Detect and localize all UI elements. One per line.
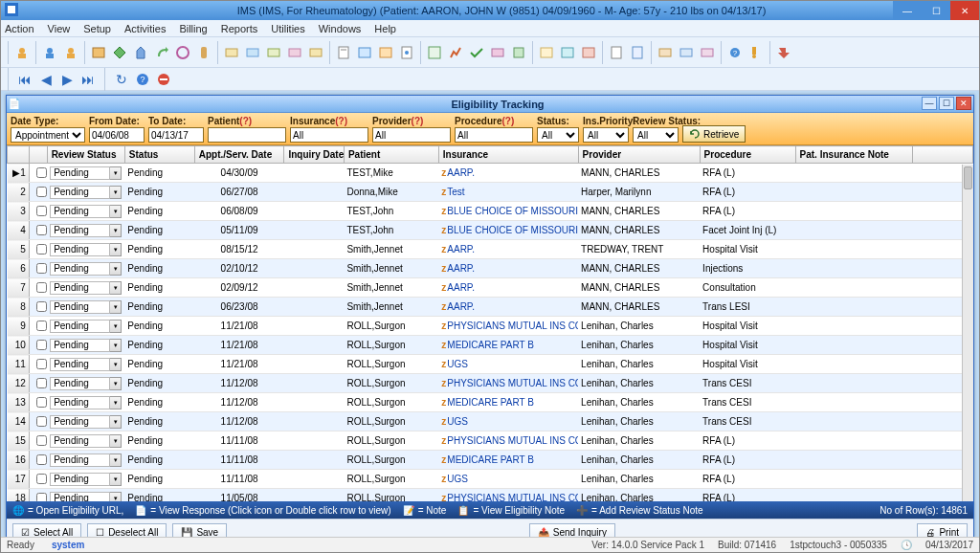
toolbar-icon[interactable] [398, 44, 415, 61]
toolbar-icon[interactable] [447, 44, 464, 61]
table-row[interactable]: 10Pending▾Pending11/21/08ROLL,SurgonzMED… [8, 336, 973, 355]
chevron-down-icon[interactable]: ▾ [110, 396, 122, 409]
chevron-down-icon[interactable]: ▾ [110, 339, 122, 352]
chevron-down-icon[interactable]: ▾ [110, 377, 122, 390]
toolbar-icon[interactable] [468, 44, 485, 61]
col-review-status[interactable]: Review Status [47, 146, 124, 164]
chevron-down-icon[interactable]: ▾ [110, 243, 122, 256]
chevron-down-icon[interactable]: ▾ [110, 358, 122, 371]
cell-review-status[interactable]: Pending▾ [47, 336, 124, 355]
toolbar-icon[interactable] [538, 44, 555, 61]
deselect-all-button[interactable]: ☐Deselect All [87, 523, 167, 538]
cell-insurance[interactable]: zBLUE CHOICE OF MISSOURI [438, 221, 578, 240]
nav-prev-icon[interactable]: ◀ [38, 72, 54, 87]
print-button[interactable]: 🖨Print [917, 523, 968, 538]
chevron-down-icon[interactable]: ▾ [110, 473, 122, 486]
table-row[interactable]: 12Pending▾Pending11/12/08ROLL,SurgonzPHY… [8, 374, 973, 393]
send-inquiry-button[interactable]: 📤Send Inquiry [529, 523, 615, 538]
toolbar-icon[interactable] [13, 44, 31, 61]
col-extra[interactable] [913, 146, 973, 164]
col-inquiry[interactable]: Inquiry Date [284, 146, 344, 164]
cell-insurance[interactable]: zMEDICARE PART B [438, 336, 578, 355]
col-pat-ins-note[interactable]: Pat. Insurance Note [795, 146, 913, 164]
row-checkbox[interactable] [29, 355, 47, 374]
menu-activities[interactable]: Activities [124, 23, 166, 34]
cell-insurance[interactable]: zPHYSICIANS MUTUAL INS CO [438, 317, 578, 336]
cell-insurance[interactable]: zAARP. [438, 164, 578, 183]
chevron-down-icon[interactable]: ▾ [110, 415, 122, 429]
cell-review-status[interactable]: Pending▾ [47, 202, 124, 221]
cell-insurance[interactable]: zAARP. [438, 259, 578, 278]
cell-insurance[interactable]: zAARP. [438, 298, 578, 317]
close-button[interactable]: ✕ [950, 1, 979, 20]
row-checkbox[interactable] [29, 470, 47, 489]
cell-insurance[interactable]: zPHYSICIANS MUTUAL INS CO [438, 431, 578, 451]
insurance-input[interactable] [290, 127, 368, 143]
row-checkbox[interactable] [29, 431, 47, 451]
col-provider[interactable]: Provider [578, 146, 700, 164]
menu-view[interactable]: View [48, 23, 71, 34]
menu-setup[interactable]: Setup [83, 23, 111, 34]
row-checkbox[interactable] [29, 240, 47, 259]
menu-windows[interactable]: Windows [319, 23, 362, 34]
toolbar-icon[interactable] [657, 44, 674, 61]
cell-review-status[interactable]: Pending▾ [47, 355, 124, 374]
table-row[interactable]: ▶1Pending▾Pending04/30/09TEST,MikezAARP.… [8, 164, 973, 183]
date-type-select[interactable]: Appointment Da [11, 127, 85, 143]
nav-help-icon[interactable]: ? [135, 72, 150, 87]
toolbar-icon[interactable] [307, 44, 324, 61]
cell-insurance[interactable]: zMEDICARE PART B [438, 393, 578, 412]
table-row[interactable]: 3Pending▾Pending06/08/09TEST,JohnzBLUE C… [8, 202, 973, 221]
table-row[interactable]: 9Pending▾Pending11/21/08ROLL,SurgonzPHYS… [8, 317, 973, 336]
chevron-down-icon[interactable]: ▾ [110, 166, 122, 180]
chevron-down-icon[interactable]: ▾ [110, 205, 122, 218]
status-select[interactable]: All [537, 127, 579, 143]
save-button[interactable]: 💾Save [172, 523, 227, 538]
cell-insurance[interactable]: zUGS [438, 355, 578, 374]
cell-insurance[interactable]: zUGS [438, 470, 578, 489]
cell-review-status[interactable]: Pending▾ [47, 278, 124, 298]
col-rownum[interactable] [8, 146, 30, 164]
col-status[interactable]: Status [124, 146, 194, 164]
row-checkbox[interactable] [29, 259, 47, 278]
toolbar-icon[interactable] [678, 44, 695, 61]
row-checkbox[interactable] [29, 164, 47, 183]
nav-last-icon[interactable]: ⏭ [80, 72, 96, 87]
cell-review-status[interactable]: Pending▾ [47, 240, 124, 259]
menu-utilities[interactable]: Utilities [271, 23, 304, 34]
cell-insurance[interactable]: zTest [438, 183, 578, 202]
cell-review-status[interactable]: Pending▾ [47, 298, 124, 317]
cell-review-status[interactable]: Pending▾ [47, 412, 124, 431]
cell-review-status[interactable]: Pending▾ [47, 183, 124, 202]
sub-minimize-button[interactable]: — [922, 97, 937, 110]
toolbar-icon[interactable] [244, 44, 261, 61]
cell-insurance[interactable]: zPHYSICIANS MUTUAL INS CO [438, 374, 578, 393]
chevron-down-icon[interactable]: ▾ [110, 453, 122, 467]
cell-review-status[interactable]: Pending▾ [47, 221, 124, 240]
cell-insurance[interactable]: zAARP. [438, 278, 578, 298]
nav-refresh-icon[interactable]: ↻ [114, 72, 129, 87]
toolbar-icon[interactable] [489, 44, 506, 61]
toolbar-icon[interactable] [559, 44, 576, 61]
cell-insurance[interactable]: zAARP. [438, 240, 578, 259]
table-row[interactable]: 16Pending▾Pending11/11/08ROLL,SurgonzMED… [8, 451, 973, 470]
reviewstatus-select[interactable]: All [633, 127, 679, 143]
col-appt[interactable]: Appt./Serv. Date [194, 146, 284, 164]
chevron-down-icon[interactable]: ▾ [110, 186, 122, 199]
sub-maximize-button[interactable]: ☐ [939, 97, 954, 110]
table-row[interactable]: 18Pending▾Pending11/05/08ROLL,SurgonzPHY… [8, 489, 973, 502]
provider-input[interactable] [372, 127, 451, 143]
cell-insurance[interactable]: zUGS [438, 412, 578, 431]
menu-help[interactable]: Help [374, 23, 396, 34]
sub-close-button[interactable]: ✕ [956, 97, 971, 110]
row-checkbox[interactable] [29, 374, 47, 393]
row-checkbox[interactable] [29, 183, 47, 202]
toolbar-icon[interactable] [775, 44, 792, 61]
cell-review-status[interactable]: Pending▾ [47, 489, 124, 502]
toolbar-icon[interactable] [747, 44, 765, 61]
toolbar-icon[interactable]: ? [726, 44, 744, 61]
vertical-scrollbar[interactable] [962, 165, 973, 501]
table-row[interactable]: 11Pending▾Pending11/21/08ROLL,SurgonzUGS… [8, 355, 973, 374]
cell-insurance[interactable]: zPHYSICIANS MUTUAL INS CO [438, 489, 578, 502]
maximize-button[interactable]: ☐ [922, 1, 950, 20]
